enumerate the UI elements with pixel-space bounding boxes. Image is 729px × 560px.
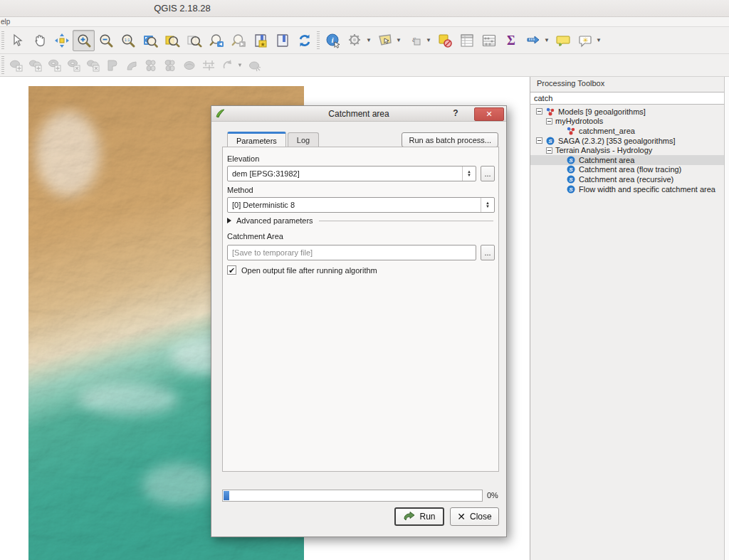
delete-part-button[interactable] — [83, 56, 103, 75]
zoom-next-button[interactable] — [227, 30, 249, 51]
text-annotation-button[interactable]: ✳ — [574, 30, 596, 51]
select-by-expression-dropdown[interactable]: ▼ — [426, 31, 432, 51]
run-button[interactable]: Run — [394, 507, 444, 526]
merge-attributes-button[interactable] — [199, 56, 218, 75]
tree-item-catchment-recursive[interactable]: S Catchment area (recursive) — [530, 174, 725, 184]
advanced-parameters-toggle[interactable]: Advanced parameters — [227, 216, 493, 225]
toolbar-grip[interactable] — [1, 31, 4, 50]
split-features-icon — [144, 58, 158, 73]
dialog-titlebar[interactable]: Catchment area ? ✕ — [211, 106, 506, 122]
refresh-button[interactable] — [293, 30, 315, 51]
run-button-label: Run — [419, 512, 435, 522]
zoom-native-button[interactable]: 1:1 — [117, 30, 139, 51]
tree-item-catchment-flow-tracing[interactable]: S Catchment area (flow tracing) — [530, 165, 725, 175]
close-button-label: Close — [470, 512, 492, 522]
tree-item-terrain-hydrology[interactable]: Terrain Analysis - Hydrology — [530, 145, 725, 155]
combo-spinner-icon[interactable]: ▲▼ — [481, 198, 494, 212]
run-as-batch-button[interactable]: Run as batch process... — [402, 132, 498, 147]
show-bookmarks-button[interactable] — [271, 30, 293, 51]
feature-action-dropdown[interactable]: ▼ — [366, 31, 372, 51]
add-ring-button[interactable] — [6, 56, 26, 75]
output-file-input[interactable] — [227, 245, 476, 260]
window-titlebar[interactable]: QGIS 2.18.28 — [0, 0, 729, 17]
hand-icon — [32, 33, 48, 48]
checkbox-checked-icon[interactable]: ✔ — [227, 265, 236, 275]
zoom-out-icon — [98, 33, 114, 48]
collapse-icon[interactable] — [536, 137, 542, 144]
open-output-checkbox-row[interactable]: ✔ Open output file after running algorit… — [227, 265, 377, 275]
method-combobox[interactable]: [0] Deterministic 8 ▲▼ — [227, 197, 495, 213]
pan-to-selection-button[interactable] — [51, 30, 73, 51]
rotate-feature-dropdown[interactable]: ▼ — [237, 56, 243, 75]
toolbar-grip[interactable] — [317, 31, 320, 50]
combo-spinner-icon[interactable]: ▲▼ — [462, 167, 476, 181]
tree-item-myhydrotools[interactable]: myHydrotools — [530, 117, 725, 127]
panel-scrollbar-track[interactable] — [724, 77, 729, 560]
output-browse-button[interactable]: ... — [481, 245, 495, 260]
tab-parameters[interactable]: Parameters — [227, 132, 286, 147]
zoom-to-selection-button[interactable] — [183, 30, 205, 51]
map-canvas[interactable]: Processing Toolbox Models [9 geoalgorith… — [0, 77, 729, 560]
refresh-icon — [297, 33, 313, 48]
svg-text:S: S — [569, 186, 573, 193]
offset-curve-button[interactable] — [122, 56, 141, 75]
collapse-icon[interactable] — [546, 118, 552, 125]
tree-item-flow-width[interactable]: S Flow width and specific catchment area — [530, 184, 725, 194]
zoom-out-button[interactable] — [95, 30, 117, 51]
simplify-feature-button[interactable] — [245, 56, 264, 75]
open-attribute-table-button[interactable] — [456, 30, 478, 51]
select-features-dropdown[interactable]: ▼ — [396, 31, 402, 51]
delete-ring-button[interactable] — [64, 56, 83, 75]
tab-log[interactable]: Log — [288, 132, 319, 147]
select-features-button[interactable] — [374, 30, 396, 51]
show-bookmarks-icon — [275, 33, 290, 48]
identify-features-button[interactable]: i — [322, 30, 344, 51]
new-bookmark-button[interactable]: ★ — [249, 30, 271, 51]
tree-item-models[interactable]: Models [9 geoalgorithms] — [530, 107, 725, 117]
measure-dropdown[interactable]: ▼ — [544, 31, 550, 51]
run-feature-action-button[interactable] — [344, 30, 366, 51]
touch-zoom-pan-button[interactable] — [6, 30, 28, 51]
toolbar-grip[interactable] — [1, 56, 4, 75]
add-part-button[interactable] — [26, 56, 45, 75]
menubar: elp — [0, 17, 729, 27]
zoom-native-icon: 1:1 — [120, 33, 136, 48]
simplify-feature-icon — [248, 58, 262, 73]
sigma-icon: Σ — [503, 33, 519, 48]
menu-help-partial[interactable]: elp — [1, 18, 10, 26]
statistical-summary-button[interactable]: Σ — [500, 30, 522, 51]
pan-selection-icon — [54, 33, 70, 48]
field-calculator-button[interactable] — [478, 30, 500, 51]
reshape-features-button[interactable] — [103, 56, 122, 75]
deselect-features-button[interactable] — [434, 30, 456, 51]
tree-item-catchment-area[interactable]: S Catchment area — [530, 155, 725, 165]
zoom-last-button[interactable] — [205, 30, 227, 51]
elevation-browse-button[interactable]: ... — [481, 166, 495, 181]
dialog-close-button[interactable]: ✕ — [474, 107, 504, 121]
saga-icon: S — [545, 137, 555, 145]
tree-item-catchment-area-model[interactable]: catchment_area — [530, 126, 725, 136]
map-tips-button[interactable] — [552, 30, 574, 51]
zoom-to-layer-button[interactable] — [161, 30, 183, 51]
collapse-icon[interactable] — [536, 108, 542, 115]
close-button[interactable]: ✕ Close — [450, 507, 499, 526]
field-calculator-icon — [481, 33, 497, 48]
split-features-button[interactable] — [141, 56, 160, 75]
rotate-feature-button[interactable] — [218, 56, 237, 75]
split-parts-button[interactable] — [160, 56, 179, 75]
zoom-full-icon — [142, 33, 158, 48]
select-by-expression-button[interactable]: ε — [404, 30, 426, 51]
tree-item-saga[interactable]: S SAGA (2.3.2) [353 geoalgorithms] — [530, 136, 725, 146]
toolbox-search-input[interactable] — [530, 92, 725, 105]
measure-button[interactable] — [522, 30, 544, 51]
merge-features-button[interactable] — [179, 56, 199, 75]
fill-ring-button[interactable] — [45, 56, 64, 75]
pan-map-button[interactable] — [28, 30, 51, 51]
zoom-full-button[interactable] — [139, 30, 161, 51]
text-annotation-dropdown[interactable]: ▼ — [596, 31, 602, 51]
zoom-in-button[interactable] — [73, 30, 95, 51]
expand-triangle-icon — [227, 218, 231, 223]
dialog-help-button[interactable]: ? — [449, 108, 462, 120]
elevation-combobox[interactable]: dem [EPSG:31982] ▲▼ — [227, 166, 476, 181]
collapse-icon[interactable] — [546, 147, 552, 154]
